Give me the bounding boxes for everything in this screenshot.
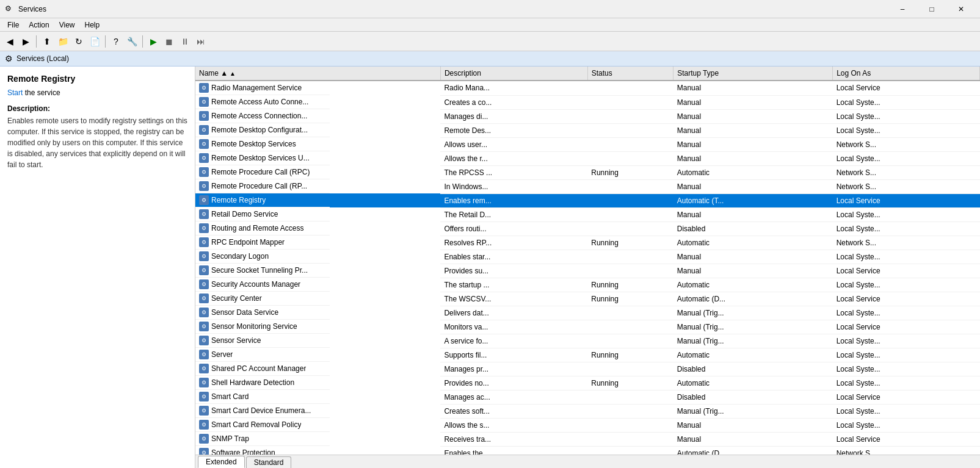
toolbar: ◀ ▶ ⬆ 📁 ↻ 📄 ? 🔧 ▶ ◼ ⏸ ⏭ xyxy=(0,32,980,51)
up-button[interactable]: ⬆ xyxy=(40,34,54,49)
cell-status xyxy=(587,320,673,334)
cell-status xyxy=(587,418,673,432)
cell-description: The startup ... xyxy=(440,278,587,292)
menu-file[interactable]: File xyxy=(2,20,24,31)
service-name-text: Remote Access Auto Conne... xyxy=(211,98,308,106)
minimize-button[interactable]: – xyxy=(888,0,916,18)
cell-name: ⚙Remote Access Auto Conne... xyxy=(195,95,330,109)
service-icon: ⚙ xyxy=(199,125,209,135)
cell-name: ⚙Remote Registry xyxy=(195,193,330,207)
cell-startup: Manual xyxy=(673,95,833,109)
table-row[interactable]: ⚙Sensor ServiceA service fo...Manual (Tr… xyxy=(195,334,980,348)
help-button[interactable]: ? xyxy=(109,34,123,49)
table-row[interactable]: ⚙Smart CardManages ac...DisabledLocal Se… xyxy=(195,390,980,404)
table-row[interactable]: ⚙Secure Socket Tunneling Pr...Provides s… xyxy=(195,264,980,278)
cell-startup: Manual xyxy=(673,432,833,446)
col-name[interactable]: Name ▲ xyxy=(195,67,440,81)
table-row[interactable]: ⚙Remote Procedure Call (RPC)The RPCSS ..… xyxy=(195,165,980,179)
service-name-text: Shell Hardware Detection xyxy=(211,378,294,387)
cell-name: ⚙Secure Socket Tunneling Pr... xyxy=(195,264,330,278)
cell-status xyxy=(587,137,673,151)
cell-logon: Network S... xyxy=(833,446,980,455)
service-name-text: Sensor Service xyxy=(211,336,261,345)
cell-startup: Manual xyxy=(673,250,833,264)
start-service-button[interactable]: ▶ xyxy=(146,34,161,49)
menu-view[interactable]: View xyxy=(54,20,80,31)
menu-action[interactable]: Action xyxy=(24,20,54,31)
table-row[interactable]: ⚙Remote Procedure Call (RP...In Windows.… xyxy=(195,179,980,193)
cell-status: Running xyxy=(587,376,673,390)
show-hide-button[interactable]: 📁 xyxy=(56,34,70,49)
table-row[interactable]: ⚙Routing and Remote AccessOffers routi..… xyxy=(195,221,980,236)
service-name-text: Remote Procedure Call (RP... xyxy=(211,182,307,190)
menu-help[interactable]: Help xyxy=(80,20,105,31)
cell-logon: Local Syste... xyxy=(833,404,980,418)
table-row[interactable]: ⚙Smart Card Device Enumera...Creates sof… xyxy=(195,404,980,418)
restart-service-button[interactable]: ⏭ xyxy=(194,34,208,49)
table-row[interactable]: ⚙SNMP TrapReceives tra...ManualLocal Ser… xyxy=(195,432,980,446)
service-icon: ⚙ xyxy=(199,209,209,219)
breadcrumb: Services (Local) xyxy=(16,54,69,63)
cell-name: ⚙Remote Desktop Services xyxy=(195,137,330,151)
table-row[interactable]: ⚙Shell Hardware DetectionProvides no...R… xyxy=(195,376,980,390)
pause-service-button[interactable]: ⏸ xyxy=(178,34,192,49)
cell-logon: Local Service xyxy=(833,432,980,446)
service-icon: ⚙ xyxy=(199,364,209,373)
cell-description: Allows the r... xyxy=(440,151,587,165)
cell-logon: Local Syste... xyxy=(833,278,980,292)
start-service-link[interactable]: Start xyxy=(7,88,23,97)
refresh-button[interactable]: ↻ xyxy=(71,34,86,49)
table-row[interactable]: ⚙Sensor Monitoring ServiceMonitors va...… xyxy=(195,320,980,334)
forward-button[interactable]: ▶ xyxy=(18,34,33,49)
cell-status xyxy=(587,95,673,109)
col-startup[interactable]: Startup Type xyxy=(673,67,833,81)
table-row[interactable]: ⚙Remote RegistryEnables rem...Automatic … xyxy=(195,193,980,207)
service-name-text: Retail Demo Service xyxy=(211,210,278,218)
cell-status xyxy=(587,404,673,418)
cell-startup: Automatic xyxy=(673,278,833,292)
tab-standard[interactable]: Standard xyxy=(246,456,292,468)
cell-logon: Local Syste... xyxy=(833,221,980,236)
cell-description: Enables the ... xyxy=(440,446,587,455)
service-name-text: Remote Desktop Services xyxy=(211,140,296,148)
export-button[interactable]: 📄 xyxy=(87,34,102,49)
table-row[interactable]: ⚙Security Accounts ManagerThe startup ..… xyxy=(195,278,980,292)
cell-logon: Local Service xyxy=(833,264,980,278)
cell-startup: Disabled xyxy=(673,362,833,376)
cell-name: ⚙Remote Desktop Configurat... xyxy=(195,123,330,137)
back-button[interactable]: ◀ xyxy=(2,34,17,49)
col-status[interactable]: Status xyxy=(587,67,673,81)
col-logon[interactable]: Log On As xyxy=(833,67,980,81)
table-row[interactable]: ⚙Sensor Data ServiceDelivers dat...Manua… xyxy=(195,306,980,320)
table-row[interactable]: ⚙Radio Management ServiceRadio Mana...Ma… xyxy=(195,81,980,95)
table-wrapper[interactable]: Name ▲ Description Status Startup Type L… xyxy=(195,67,980,455)
properties-button[interactable]: 🔧 xyxy=(125,34,139,49)
tab-extended[interactable]: Extended xyxy=(198,456,245,468)
cell-logon: Local Syste... xyxy=(833,376,980,390)
table-row[interactable]: ⚙Smart Card Removal PolicyAllows the s..… xyxy=(195,418,980,432)
cell-startup: Disabled xyxy=(673,390,833,404)
table-row[interactable]: ⚙Secondary LogonEnables star...ManualLoc… xyxy=(195,250,980,264)
service-name-text: Remote Registry xyxy=(211,196,266,204)
table-row[interactable]: ⚙Remote Desktop Configurat...Remote Des.… xyxy=(195,123,980,137)
table-row[interactable]: ⚙Retail Demo ServiceThe Retail D...Manua… xyxy=(195,207,980,221)
cell-description: The Retail D... xyxy=(440,207,587,221)
cell-description: The WSCSV... xyxy=(440,292,587,306)
cell-status xyxy=(587,221,673,236)
service-icon: ⚙ xyxy=(199,448,209,455)
table-row[interactable]: ⚙Shared PC Account ManagerManages pr...D… xyxy=(195,362,980,376)
table-row[interactable]: ⚙Software ProtectionEnables the ...Autom… xyxy=(195,446,980,455)
close-button[interactable]: ✕ xyxy=(947,0,975,18)
col-description[interactable]: Description xyxy=(440,67,587,81)
table-row[interactable]: ⚙Security CenterThe WSCSV...RunningAutom… xyxy=(195,292,980,306)
stop-service-button[interactable]: ◼ xyxy=(162,34,176,49)
table-row[interactable]: ⚙Remote Access Auto Conne...Creates a co… xyxy=(195,95,980,109)
cell-description: Creates a co... xyxy=(440,95,587,109)
table-row[interactable]: ⚙Remote Access Connection...Manages di..… xyxy=(195,109,980,123)
table-row[interactable]: ⚙Remote Desktop Services U...Allows the … xyxy=(195,151,980,165)
table-row[interactable]: ⚙Remote Desktop ServicesAllows user...Ma… xyxy=(195,137,980,151)
table-row[interactable]: ⚙ServerSupports fil...RunningAutomaticLo… xyxy=(195,348,980,362)
window-controls: – □ ✕ xyxy=(888,0,975,18)
table-row[interactable]: ⚙RPC Endpoint MapperResolves RP...Runnin… xyxy=(195,236,980,250)
maximize-button[interactable]: □ xyxy=(918,0,946,18)
